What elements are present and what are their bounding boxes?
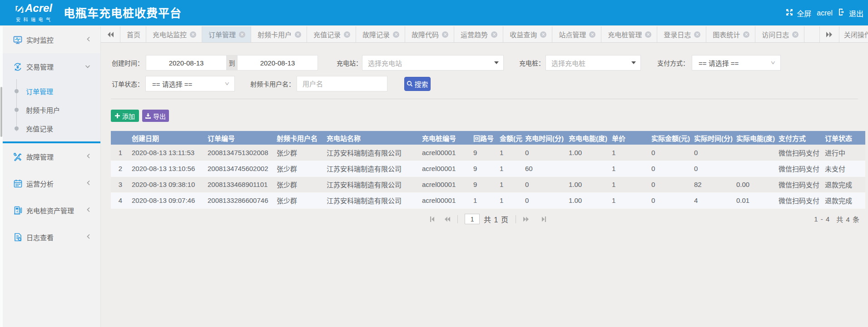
- tab[interactable]: 图表统计 ×: [706, 26, 755, 42]
- grid-column-header[interactable]: 实际电能(度): [734, 131, 777, 145]
- grid-column-header[interactable]: 充电时间(分): [523, 131, 567, 145]
- tab-close-icon[interactable]: ×: [589, 31, 595, 38]
- sidebar-item-fault-management[interactable]: 故障管理: [0, 143, 100, 170]
- order-status-select[interactable]: == 请选择 == ˅: [145, 76, 235, 91]
- sidebar-item-operation-analysis[interactable]: 运营分析: [0, 170, 100, 197]
- tab-close-icon[interactable]: ×: [344, 31, 350, 38]
- date-to-input[interactable]: [237, 55, 318, 70]
- grid-column-header[interactable]: 射频卡用户名: [275, 131, 325, 145]
- grid-column-header[interactable]: 金额(元: [498, 131, 523, 145]
- add-button[interactable]: 添加: [111, 110, 139, 122]
- sidebar-subitem[interactable]: 射频卡用户: [0, 101, 100, 119]
- pager-controls: 共 1 页: [430, 214, 546, 225]
- grid-column-header[interactable]: 回路号: [471, 131, 498, 145]
- tab[interactable]: 站点管理 ×: [552, 26, 601, 42]
- bullet-dot-icon: [15, 89, 19, 93]
- main-content: 创建时间： 到 充电站： 选择充电站 充电桩： 选择充电桩: [101, 43, 868, 327]
- tab[interactable]: 故障记录 ×: [356, 26, 405, 42]
- next-page-button[interactable]: [523, 216, 529, 222]
- logout-button[interactable]: 退出: [838, 8, 863, 19]
- tabs-scroll-right-button[interactable]: [819, 26, 839, 42]
- grid-column-header[interactable]: 创建日期: [130, 131, 206, 145]
- payment-select[interactable]: == 请选择 == ˅: [692, 55, 781, 70]
- tab-close-icon[interactable]: ×: [239, 31, 245, 38]
- grid-column-header[interactable]: 实际时间(分): [692, 131, 734, 145]
- tools-icon: [13, 152, 22, 161]
- fullscreen-button[interactable]: 全屏: [785, 8, 811, 19]
- tab-bar: 首页 × 充电站监控 × 订单管理 × 射频卡用户 × 充值记录 ×: [101, 26, 868, 43]
- page-number-input[interactable]: [465, 214, 480, 224]
- logout-icon: [838, 8, 846, 18]
- prev-page-button[interactable]: [444, 216, 451, 222]
- first-page-button[interactable]: [430, 216, 435, 222]
- grid-column-header[interactable]: 订单编号: [206, 131, 275, 145]
- sidebar-item-charging-pile-assets[interactable]: 充电桩资产管理: [0, 197, 100, 224]
- username[interactable]: acrel: [817, 9, 833, 17]
- grid-column-header[interactable]: 充电桩编号: [420, 131, 471, 145]
- close-operations-dropdown[interactable]: 关闭操作: [839, 26, 868, 42]
- tab[interactable]: 收益查询 ×: [503, 26, 552, 42]
- tab[interactable]: 访问日志 ×: [755, 26, 804, 42]
- cell-loop-no: 9: [471, 145, 498, 161]
- grid-column-header[interactable]: 支付方式: [777, 131, 823, 145]
- pile-combobox[interactable]: 选择充电桩: [546, 55, 641, 70]
- table-row[interactable]: 2 2020-08-13 13:10:56 2008134745602002 张…: [111, 161, 865, 176]
- sidebar-subitem-label: 充值记录: [26, 124, 53, 133]
- tab[interactable]: 充值记录 ×: [307, 26, 356, 42]
- tab[interactable]: 充电桩管理 ×: [601, 26, 657, 42]
- tab-close-icon[interactable]: ×: [645, 31, 651, 38]
- tab-close-icon[interactable]: ×: [491, 31, 497, 38]
- table-row[interactable]: 1 2020-08-13 13:11:53 2008134751302008 张…: [111, 145, 865, 161]
- sidebar-subitem[interactable]: 订单管理: [0, 82, 100, 101]
- search-button[interactable]: 搜索: [404, 77, 431, 91]
- station-combobox[interactable]: 选择充电站: [362, 55, 504, 70]
- sidebar-subitem-label: 订单管理: [26, 86, 53, 96]
- tab-close-icon[interactable]: ×: [743, 31, 749, 38]
- sidebar-item-label: 交易管理: [26, 62, 54, 71]
- tab-close-icon[interactable]: ×: [393, 31, 399, 38]
- grid-column-header[interactable]: 实际金额(元): [650, 131, 692, 145]
- tab-close-icon[interactable]: ×: [442, 31, 448, 38]
- sidebar-item-log-view[interactable]: 日志查看: [0, 224, 100, 251]
- table-row[interactable]: 3 2020-08-13 09:38:10 2008133468901101 张…: [111, 176, 865, 192]
- chevron-left-icon: [86, 180, 90, 187]
- filter-panel: 创建时间： 到 充电站： 选择充电站 充电桩： 选择充电桩: [111, 43, 868, 91]
- tabs-scroll-left-button[interactable]: [101, 26, 120, 42]
- cell-seq: 3: [111, 176, 130, 192]
- grid-column-header[interactable]: 充电站名称: [325, 131, 420, 145]
- tab[interactable]: 首页 ×: [120, 26, 146, 42]
- bullet-dot-icon: [15, 108, 19, 112]
- tab-close-icon[interactable]: ×: [792, 31, 799, 38]
- calendar-icon: [13, 179, 22, 188]
- sidebar-item-transaction-management[interactable]: 交易管理: [0, 53, 100, 80]
- cell-loop-no: 9: [471, 161, 498, 176]
- sidebar-item-realtime-monitor[interactable]: 实时监控: [0, 26, 100, 53]
- tab-close-icon[interactable]: ×: [295, 31, 301, 38]
- tab-close-icon[interactable]: ×: [540, 31, 546, 38]
- grid-column-header[interactable]: 单价: [610, 131, 650, 145]
- plus-icon: [115, 113, 120, 118]
- tab[interactable]: 故障代码 ×: [405, 26, 454, 42]
- tab[interactable]: 订单管理 ×: [202, 26, 251, 42]
- cell-charge-time: 0: [523, 176, 567, 192]
- tab-close-icon[interactable]: ×: [694, 31, 700, 38]
- chevron-down-icon: ˅: [225, 80, 229, 87]
- cell-amount: 1: [498, 192, 523, 208]
- last-page-button[interactable]: [541, 216, 546, 222]
- tab[interactable]: 充电站监控 ×: [146, 26, 202, 42]
- date-from-input[interactable]: [146, 55, 227, 70]
- table-row[interactable]: 4 2020-08-13 09:07:46 2008133286600746 张…: [111, 192, 865, 208]
- tab[interactable]: 运营趋势 ×: [454, 26, 503, 42]
- tab[interactable]: 登录日志 ×: [657, 26, 706, 42]
- grid-column-header[interactable]: 订单状态: [823, 131, 865, 145]
- cell-actual-amount: 0: [650, 161, 692, 176]
- sidebar-subitem[interactable]: 充值记录: [0, 119, 100, 138]
- grid-column-header[interactable]: 充电电能(度): [567, 131, 610, 145]
- cell-payment-method: 微信扫码支付: [777, 176, 823, 192]
- tab-close-icon[interactable]: ×: [190, 31, 196, 38]
- tab[interactable]: 射频卡用户 ×: [251, 26, 307, 42]
- export-button[interactable]: 导出: [142, 110, 169, 122]
- cell-station-name: 江苏安科瑞制造有限公司: [325, 161, 420, 176]
- sidebar-scrollbar[interactable]: [0, 87, 2, 137]
- card-user-input[interactable]: [297, 76, 387, 91]
